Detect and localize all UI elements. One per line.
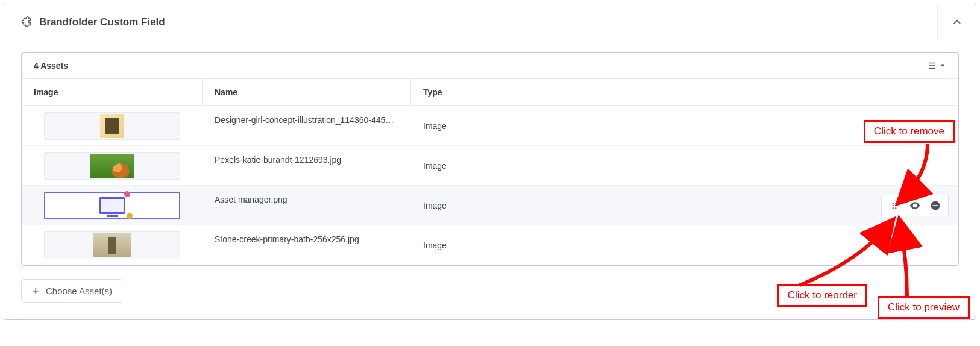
- asset-thumbnail[interactable]: [44, 231, 180, 259]
- chevron-up-icon: [952, 17, 963, 28]
- remove-icon: [930, 200, 941, 211]
- cell-type: Image: [411, 106, 958, 146]
- svg-point-8: [895, 207, 896, 208]
- cell-image: [22, 186, 203, 225]
- cell-image: [22, 146, 203, 186]
- assets-table: 4 Assets Image Name Type Designer-girl-c…: [21, 52, 959, 266]
- th-name: Name: [203, 79, 411, 105]
- collapse-toggle[interactable]: [937, 4, 976, 40]
- puzzle-icon: [19, 16, 32, 29]
- remove-button[interactable]: [929, 199, 942, 212]
- table-row[interactable]: Stone-creek-primary-bath-256x256.jpgImag…: [22, 225, 958, 265]
- asset-thumbnail[interactable]: [44, 152, 180, 180]
- svg-rect-11: [933, 205, 938, 206]
- eye-icon: [909, 200, 921, 212]
- table-row[interactable]: Pexels-katie-burandt-1212693.jpgImage: [22, 146, 958, 186]
- cell-name: Designer-girl-concept-illustration_11436…: [203, 106, 411, 146]
- cell-type: Image: [411, 186, 958, 225]
- svg-point-9: [914, 204, 916, 206]
- choose-assets-label: Choose Asset(s): [46, 286, 112, 296]
- cell-name: Asset manager.png: [203, 186, 411, 225]
- th-type: Type: [411, 79, 958, 105]
- th-image: Image: [22, 79, 203, 105]
- asset-thumbnail[interactable]: [44, 112, 180, 140]
- svg-point-3: [893, 202, 894, 203]
- panel-title: Brandfolder Custom Field: [39, 16, 937, 28]
- svg-point-4: [895, 202, 896, 203]
- plus-icon: [31, 287, 40, 295]
- row-actions: [881, 195, 949, 216]
- cell-type: Image: [411, 225, 958, 265]
- view-options-button[interactable]: [927, 60, 946, 71]
- svg-point-7: [893, 207, 894, 208]
- reorder-handle[interactable]: [888, 199, 901, 212]
- table-row[interactable]: Designer-girl-concept-illustration_11436…: [22, 106, 958, 146]
- assets-count: 4 Assets: [34, 61, 927, 71]
- panel-header: Brandfolder Custom Field: [4, 4, 976, 40]
- drag-icon: [890, 201, 899, 210]
- cell-type: Image: [411, 146, 958, 186]
- caret-down-icon: [939, 62, 946, 69]
- cell-image: [22, 225, 203, 265]
- cell-name: Pexels-katie-burandt-1212693.jpg: [203, 146, 411, 186]
- cell-image: [22, 106, 203, 146]
- cell-name: Stone-creek-primary-bath-256x256.jpg: [203, 225, 411, 265]
- list-icon: [927, 60, 938, 71]
- table-row[interactable]: Asset manager.pngImage: [22, 186, 958, 225]
- svg-point-6: [895, 204, 896, 206]
- choose-assets-button[interactable]: Choose Asset(s): [21, 279, 122, 303]
- preview-button[interactable]: [908, 199, 922, 212]
- svg-point-5: [893, 204, 894, 206]
- table-header-row: Image Name Type: [22, 79, 958, 106]
- asset-thumbnail[interactable]: [44, 192, 180, 219]
